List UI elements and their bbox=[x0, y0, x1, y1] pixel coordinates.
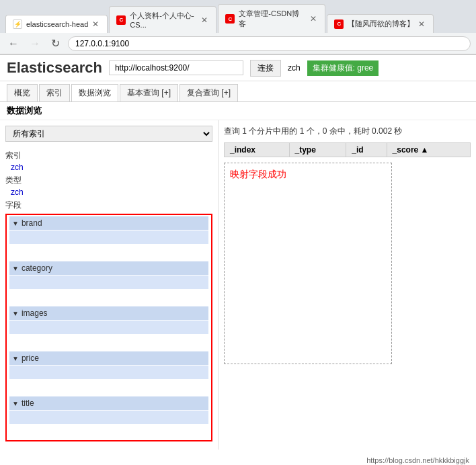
back-button[interactable]: ← bbox=[5, 36, 22, 51]
field-item-price: ▼ price bbox=[7, 350, 211, 395]
url-input[interactable] bbox=[109, 60, 243, 75]
tab-label-2: 个人资料-个人中心-CS... bbox=[130, 11, 197, 29]
field-row-title-2 bbox=[9, 425, 208, 438]
tab-compound-query[interactable]: 复合查询 [+] bbox=[180, 84, 238, 101]
right-panel: 查询 1 个分片中用的 1 个，0 余中，耗时 0.002 秒 _index _… bbox=[219, 120, 476, 450]
tab-browser[interactable]: 数据浏览 bbox=[71, 84, 118, 101]
field-name-brand[interactable]: ▼ brand bbox=[9, 216, 208, 230]
page-title: 数据浏览 bbox=[0, 102, 476, 120]
field-arrow-price: ▼ bbox=[12, 355, 19, 362]
field-arrow-category: ▼ bbox=[12, 265, 19, 272]
tab-favicon-2: C bbox=[116, 15, 126, 25]
dashed-area: 映射字段成功 bbox=[224, 163, 392, 364]
browser-chrome: elasticsearch-head ✕ C 个人资料-个人中心-CS... ✕… bbox=[0, 0, 476, 55]
app-title: Elasticsearch bbox=[7, 59, 102, 77]
field-name-images[interactable]: ▼ images bbox=[9, 306, 208, 320]
footer-url: https://blog.csdn.net/hkkkbiggjk bbox=[366, 456, 469, 464]
tab-favicon-4: C bbox=[334, 19, 344, 29]
left-panel: 所有索引 索引 zch 类型 zch 字段 ▼ brand ▼ categor bbox=[0, 120, 219, 450]
field-label-images: images bbox=[22, 308, 48, 318]
field-item-images: ▼ images bbox=[7, 305, 211, 350]
nav-bar: ← → ↻ bbox=[0, 33, 476, 54]
tab-label-3: 文章管理-CSDN博客 bbox=[239, 9, 306, 29]
health-badge: 集群健康值: gree bbox=[307, 60, 379, 76]
field-row-category-2 bbox=[9, 290, 208, 303]
results-info: 查询 1 个分片中用的 1 个，0 余中，耗时 0.002 秒 bbox=[224, 126, 471, 137]
tab-favicon-3: C bbox=[225, 14, 235, 24]
field-label-price: price bbox=[22, 353, 39, 363]
refresh-button[interactable]: ↻ bbox=[48, 36, 63, 51]
field-arrow-brand: ▼ bbox=[12, 220, 19, 227]
field-name-category[interactable]: ▼ category bbox=[9, 261, 208, 275]
field-row-price-2 bbox=[9, 380, 208, 393]
table-header-row: _index _type _id _score ▲ bbox=[225, 143, 471, 157]
tab-label-1: elasticsearch-head bbox=[26, 20, 88, 28]
tab-close-1[interactable]: ✕ bbox=[92, 19, 99, 29]
tab-csdn-profile[interactable]: C 个人资料-个人中心-CS... ✕ bbox=[109, 6, 216, 33]
results-table: _index _type _id _score ▲ bbox=[224, 142, 471, 157]
col-type[interactable]: _type bbox=[289, 143, 346, 157]
forward-button[interactable]: → bbox=[27, 36, 43, 51]
field-name-title[interactable]: ▼ title bbox=[9, 396, 208, 410]
field-row-title bbox=[9, 411, 208, 424]
field-label-brand: brand bbox=[22, 218, 42, 228]
col-id[interactable]: _id bbox=[346, 143, 387, 157]
tab-overview[interactable]: 概览 bbox=[7, 84, 38, 101]
user-label: zch bbox=[288, 63, 301, 73]
tab-index[interactable]: 索引 bbox=[39, 84, 70, 101]
tab-elasticsearch-head[interactable]: elasticsearch-head ✕ bbox=[5, 15, 108, 33]
field-row-images bbox=[9, 321, 208, 334]
fields-section-label: 字段 bbox=[5, 200, 212, 211]
field-row-category bbox=[9, 276, 208, 289]
success-message: 映射字段成功 bbox=[225, 163, 391, 186]
main-content: 所有索引 索引 zch 类型 zch 字段 ▼ brand ▼ categor bbox=[0, 120, 476, 450]
address-bar[interactable] bbox=[68, 36, 471, 51]
field-row-brand bbox=[9, 230, 208, 244]
field-item-brand: ▼ brand bbox=[7, 215, 211, 260]
type-section-label: 类型 bbox=[5, 175, 212, 186]
index-section-value[interactable]: zch bbox=[11, 163, 212, 172]
tab-bar: elasticsearch-head ✕ C 个人资料-个人中心-CS... ✕… bbox=[0, 0, 476, 33]
field-item-category: ▼ category bbox=[7, 260, 211, 305]
type-section-value[interactable]: zch bbox=[11, 187, 212, 197]
tab-favicon-es bbox=[13, 19, 22, 29]
index-section-label: 索引 bbox=[5, 150, 212, 161]
tab-close-4[interactable]: ✕ bbox=[418, 19, 425, 29]
field-arrow-images: ▼ bbox=[12, 310, 19, 317]
field-label-title: title bbox=[22, 398, 34, 408]
field-arrow-title: ▼ bbox=[12, 400, 19, 407]
tab-basic-query[interactable]: 基本查询 [+] bbox=[120, 84, 178, 101]
field-item-title: ▼ title bbox=[7, 395, 211, 440]
footer: https://blog.csdn.net/hkkkbiggjk bbox=[0, 450, 476, 465]
col-score[interactable]: _score ▲ bbox=[387, 143, 470, 157]
tab-close-2[interactable]: ✕ bbox=[201, 15, 208, 25]
tab-csdn-articles[interactable]: C 文章管理-CSDN博客 ✕ bbox=[218, 4, 325, 33]
app-header: Elasticsearch 连接 zch 集群健康值: gree bbox=[0, 55, 476, 81]
field-row-brand-2 bbox=[9, 245, 208, 258]
nav-tabs: 概览 索引 数据浏览 基本查询 [+] 复合查询 [+] bbox=[0, 81, 476, 102]
index-select[interactable]: 所有索引 bbox=[5, 126, 212, 142]
col-index[interactable]: _index bbox=[225, 143, 290, 157]
connect-button[interactable]: 连接 bbox=[250, 60, 281, 77]
field-name-price[interactable]: ▼ price bbox=[9, 351, 208, 365]
field-label-category: category bbox=[22, 263, 52, 273]
field-row-price bbox=[9, 366, 208, 379]
tab-close-3[interactable]: ✕ bbox=[310, 14, 317, 24]
tab-label-4: 【随风而欲的博客】 bbox=[348, 19, 414, 29]
fields-container: ▼ brand ▼ category ▼ images bbox=[5, 214, 212, 441]
tab-csdn-blog[interactable]: C 【随风而欲的博客】 ✕ bbox=[327, 14, 434, 33]
field-row-images-2 bbox=[9, 335, 208, 348]
